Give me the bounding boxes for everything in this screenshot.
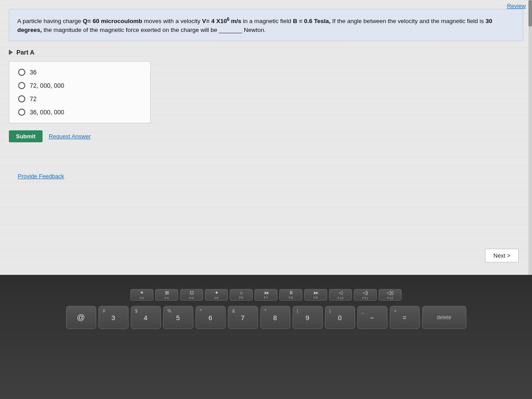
choice-d[interactable]: 36, 000, 000 (18, 109, 141, 116)
radio-a[interactable] (18, 69, 25, 76)
num-key-8[interactable]: * 8 (260, 306, 290, 329)
num-key-equals[interactable]: + = (390, 306, 420, 329)
keyboard-backlight-icon: ✦ (215, 290, 219, 296)
delete-key[interactable]: delete (422, 306, 466, 329)
num-key-6[interactable]: ^ 6 (196, 306, 226, 329)
play-pause-icon: ⏸ (289, 290, 293, 295)
choice-b[interactable]: 72, 000, 000 (18, 82, 141, 89)
fn-key-f12[interactable]: ◁)) F12 (379, 289, 402, 301)
num-key-minus[interactable]: _ − (357, 306, 387, 329)
choice-c-label: 72 (30, 95, 37, 102)
fast-forward-icon: ⏭ (313, 290, 318, 295)
num-key-9[interactable]: ( 9 (293, 306, 323, 329)
brightness-icon: ☀ (140, 290, 144, 296)
next-button[interactable]: Next > (485, 249, 519, 262)
fn-key-f7[interactable]: ⏮ F7 (254, 289, 278, 301)
buttons-row: Submit Request Answer (9, 130, 523, 142)
choice-a[interactable]: 36 (18, 69, 141, 76)
question-text-1: A particle having charge Q= 60 microcoul… (17, 18, 492, 33)
fn-key-f3[interactable]: ⊞ F3 (155, 289, 178, 301)
choice-c[interactable]: 72 (18, 95, 141, 102)
submit-button[interactable]: Submit (9, 130, 43, 142)
brightness-up-icon: ☼ (239, 290, 243, 295)
fn-key-f8[interactable]: ⏸ F8 (279, 289, 302, 301)
volume-down-icon: ◁) (363, 290, 368, 296)
screen: Review A particle having charge Q= 60 mi… (0, 0, 532, 275)
fn-key-f4[interactable]: ⊡ F4 (180, 289, 203, 301)
review-link[interactable]: Review (507, 3, 526, 9)
num-key-4[interactable]: $ 4 (131, 306, 161, 329)
collapse-icon[interactable] (9, 50, 13, 55)
choice-d-label: 36, 000, 000 (30, 109, 64, 116)
request-answer-button[interactable]: Request Answer (49, 133, 91, 140)
fn-key-f6[interactable]: ☼ F6 (230, 289, 253, 301)
mission-control-icon: ⊞ (165, 290, 169, 296)
part-label: Part A (16, 49, 35, 56)
num-key-3[interactable]: # 3 (98, 306, 129, 329)
scrollbar-thumb[interactable] (528, 0, 532, 27)
keyboard-area: ☀ F2 ⊞ F3 ⊡ F4 ✦ F5 ☼ F6 ⏮ F7 (0, 275, 532, 399)
rewind-icon: ⏮ (264, 290, 269, 295)
volume-up-icon: ◁)) (387, 290, 393, 296)
apps-icon: ⊡ (190, 290, 194, 296)
radio-c[interactable] (18, 95, 25, 102)
fn-row: ☀ F2 ⊞ F3 ⊡ F4 ✦ F5 ☼ F6 ⏮ F7 (20, 289, 512, 301)
mute-icon: ◁ (339, 290, 342, 296)
fn-key-f5[interactable]: ✦ F5 (205, 289, 228, 301)
num-key-0[interactable]: ) 0 (325, 306, 355, 329)
question-box: A particle having charge Q= 60 microcoul… (9, 9, 523, 41)
num-key-5[interactable]: % 5 (163, 306, 193, 329)
num-key-7[interactable]: & 7 (228, 306, 258, 329)
radio-b[interactable] (18, 82, 25, 89)
choice-a-label: 36 (30, 69, 37, 76)
choices-box: 36 72, 000, 000 72 36, 000, 000 (9, 61, 151, 123)
laptop-frame: Review A particle having charge Q= 60 mi… (0, 0, 532, 399)
fn-key-f9[interactable]: ⏭ F9 (304, 289, 327, 301)
part-header: Part A (9, 49, 523, 56)
part-section: Part A 36 72, 000, 000 72 3 (9, 49, 523, 142)
radio-d[interactable] (18, 109, 25, 116)
feedback-link[interactable]: Provide Feedback (18, 173, 64, 180)
choice-b-label: 72, 000, 000 (30, 82, 64, 89)
delete-label: delete (437, 314, 451, 321)
at-key[interactable]: @ (66, 306, 96, 329)
num-row: @ # 3 $ 4 % 5 ^ 6 & 7 * 8 (20, 306, 512, 329)
fn-key-f2[interactable]: ☀ F2 (130, 289, 153, 301)
fn-key-f10[interactable]: ◁ F10 (329, 289, 352, 301)
scrollbar-track[interactable] (528, 0, 532, 275)
fn-key-f11[interactable]: ◁) F11 (354, 289, 377, 301)
